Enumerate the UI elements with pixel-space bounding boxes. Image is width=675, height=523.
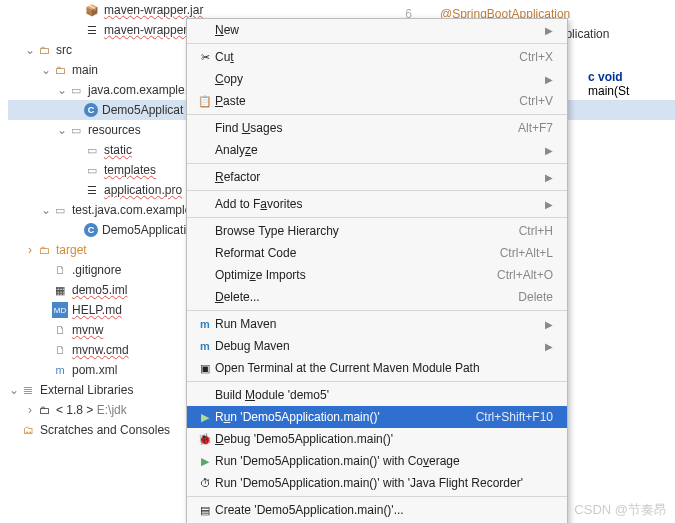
context-menu: New▶ ✂CutCtrl+X Copy▶ 📋PasteCtrl+V Find …	[186, 18, 568, 523]
resources-icon: ▭	[68, 122, 84, 138]
menu-run-jfr[interactable]: ⏱Run 'Demo5Application.main()' with 'Jav…	[187, 472, 567, 494]
library-icon: 𝌆	[20, 382, 36, 398]
watermark: CSDN @节奏昂	[574, 501, 667, 519]
chevron-down-icon: ⌄	[56, 123, 68, 137]
menu-separator	[187, 114, 567, 115]
config-icon: ▤	[195, 504, 215, 517]
scratch-icon: 🗂	[20, 422, 36, 438]
profiler-icon: ⏱	[195, 477, 215, 489]
chevron-down-icon: ⌄	[56, 83, 68, 97]
submenu-arrow-icon: ▶	[545, 172, 553, 183]
file-icon: 🗋	[52, 322, 68, 338]
run-icon: ▶	[195, 411, 215, 424]
menu-build-module[interactable]: Build Module 'demo5'	[187, 384, 567, 406]
menu-run-maven[interactable]: mRun Maven▶	[187, 313, 567, 335]
menu-open-terminal[interactable]: ▣Open Terminal at the Current Maven Modu…	[187, 357, 567, 379]
paste-icon: 📋	[195, 95, 215, 108]
menu-paste[interactable]: 📋PasteCtrl+V	[187, 90, 567, 112]
folder-icon: 🗀	[52, 62, 68, 78]
menu-delete[interactable]: Delete...Delete	[187, 286, 567, 308]
menu-separator	[187, 163, 567, 164]
menu-create-config[interactable]: ▤Create 'Demo5Application.main()'...	[187, 499, 567, 521]
chevron-down-icon: ⌄	[8, 383, 20, 397]
menu-optimize-imports[interactable]: Optimize ImportsCtrl+Alt+O	[187, 264, 567, 286]
menu-add-favorites[interactable]: Add to Favorites▶	[187, 193, 567, 215]
folder-icon: ▭	[84, 142, 100, 158]
submenu-arrow-icon: ▶	[545, 25, 553, 36]
menu-copy[interactable]: Copy▶	[187, 68, 567, 90]
file-icon: 🗋	[52, 342, 68, 358]
menu-run-coverage[interactable]: ▶Run 'Demo5Application.main()' with Cove…	[187, 450, 567, 472]
file-icon: 🗋	[52, 262, 68, 278]
menu-run[interactable]: ▶Run 'Demo5Application.main()'Ctrl+Shift…	[187, 406, 567, 428]
code-text: c void main(St	[588, 70, 667, 98]
folder-icon: 🗀	[36, 242, 52, 258]
menu-find-usages[interactable]: Find UsagesAlt+F7	[187, 117, 567, 139]
folder-icon: 🗀	[36, 42, 52, 58]
submenu-arrow-icon: ▶	[545, 341, 553, 352]
iml-icon: ▦	[52, 282, 68, 298]
cut-icon: ✂	[195, 51, 215, 64]
menu-reformat[interactable]: Reformat CodeCtrl+Alt+L	[187, 242, 567, 264]
maven-icon: m	[52, 362, 68, 378]
maven-icon: m	[195, 318, 215, 330]
menu-separator	[187, 43, 567, 44]
menu-analyze[interactable]: Analyze▶	[187, 139, 567, 161]
package-icon: ▭	[68, 82, 84, 98]
chevron-down-icon: ⌄	[40, 203, 52, 217]
menu-separator	[187, 217, 567, 218]
jdk-icon: 🗀	[36, 402, 52, 418]
chevron-right-icon: ›	[24, 243, 36, 257]
package-icon: ▭	[52, 202, 68, 218]
md-icon: MD	[52, 302, 68, 318]
props-icon: ☰	[84, 22, 100, 38]
submenu-arrow-icon: ▶	[545, 319, 553, 330]
chevron-down-icon: ⌄	[40, 63, 52, 77]
terminal-icon: ▣	[195, 362, 215, 375]
props-icon: ☰	[84, 182, 100, 198]
menu-new[interactable]: New▶	[187, 19, 567, 41]
menu-separator	[187, 190, 567, 191]
menu-separator	[187, 381, 567, 382]
menu-debug-maven[interactable]: mDebug Maven▶	[187, 335, 567, 357]
menu-refactor[interactable]: Refactor▶	[187, 166, 567, 188]
class-icon: C	[84, 103, 98, 117]
chevron-down-icon: ⌄	[24, 43, 36, 57]
class-icon: C	[84, 223, 98, 237]
menu-cut[interactable]: ✂CutCtrl+X	[187, 46, 567, 68]
menu-separator	[187, 496, 567, 497]
jar-icon: 📦	[84, 2, 100, 18]
maven-icon: m	[195, 340, 215, 352]
submenu-arrow-icon: ▶	[545, 74, 553, 85]
menu-separator	[187, 310, 567, 311]
submenu-arrow-icon: ▶	[545, 145, 553, 156]
debug-icon: 🐞	[195, 433, 215, 446]
menu-browse-hierarchy[interactable]: Browse Type HierarchyCtrl+H	[187, 220, 567, 242]
folder-icon: ▭	[84, 162, 100, 178]
submenu-arrow-icon: ▶	[545, 199, 553, 210]
chevron-right-icon: ›	[24, 403, 36, 417]
menu-debug[interactable]: 🐞Debug 'Demo5Application.main()'	[187, 428, 567, 450]
coverage-icon: ▶	[195, 455, 215, 468]
